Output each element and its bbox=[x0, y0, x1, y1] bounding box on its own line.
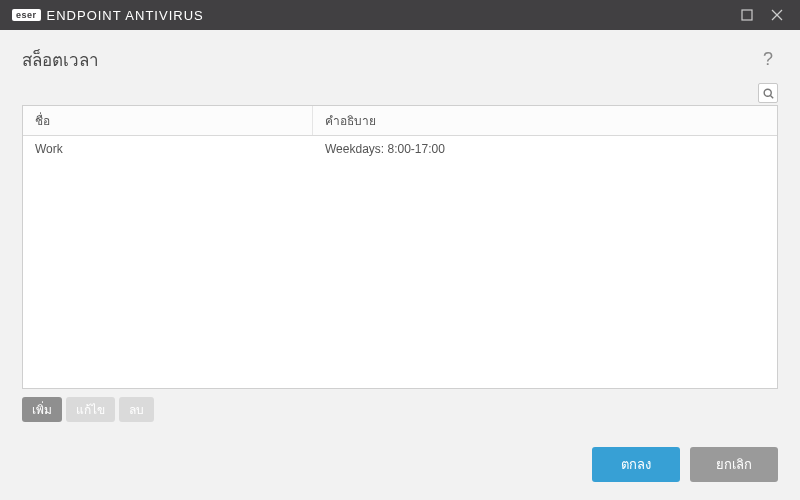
cell-description: Weekdays: 8:00-17:00 bbox=[313, 136, 777, 162]
page-header: สล็อตเวลา ? bbox=[0, 30, 800, 83]
close-icon bbox=[771, 9, 783, 21]
delete-button: ลบ bbox=[119, 397, 154, 422]
table-body: Work Weekdays: 8:00-17:00 bbox=[23, 136, 777, 388]
column-name[interactable]: ชื่อ bbox=[23, 106, 313, 135]
titlebar: eser ENDPOINT ANTIVIRUS bbox=[0, 0, 800, 30]
column-description[interactable]: คำอธิบาย bbox=[313, 106, 777, 135]
table-row[interactable]: Work Weekdays: 8:00-17:00 bbox=[23, 136, 777, 162]
cancel-button[interactable]: ยกเลิก bbox=[690, 447, 778, 482]
ok-button[interactable]: ตกลง bbox=[592, 447, 680, 482]
svg-line-4 bbox=[770, 95, 773, 98]
table-header: ชื่อ คำอธิบาย bbox=[23, 106, 777, 136]
add-button[interactable]: เพิ่ม bbox=[22, 397, 62, 422]
cell-name: Work bbox=[23, 136, 313, 162]
search-icon bbox=[763, 88, 774, 99]
svg-point-3 bbox=[764, 89, 771, 96]
close-button[interactable] bbox=[762, 0, 792, 30]
edit-button: แก้ไข bbox=[66, 397, 115, 422]
brand-badge: eser bbox=[12, 9, 41, 21]
svg-rect-0 bbox=[742, 10, 752, 20]
action-row: เพิ่ม แก้ไข ลบ bbox=[0, 389, 800, 422]
search-button[interactable] bbox=[758, 83, 778, 103]
timeslots-table: ชื่อ คำอธิบาย Work Weekdays: 8:00-17:00 bbox=[22, 105, 778, 389]
maximize-button[interactable] bbox=[732, 0, 762, 30]
brand-text: ENDPOINT ANTIVIRUS bbox=[47, 8, 204, 23]
help-button[interactable]: ? bbox=[758, 49, 778, 70]
footer: ตกลง ยกเลิก bbox=[0, 433, 800, 500]
maximize-icon bbox=[741, 9, 753, 21]
page-title: สล็อตเวลา bbox=[22, 46, 99, 73]
